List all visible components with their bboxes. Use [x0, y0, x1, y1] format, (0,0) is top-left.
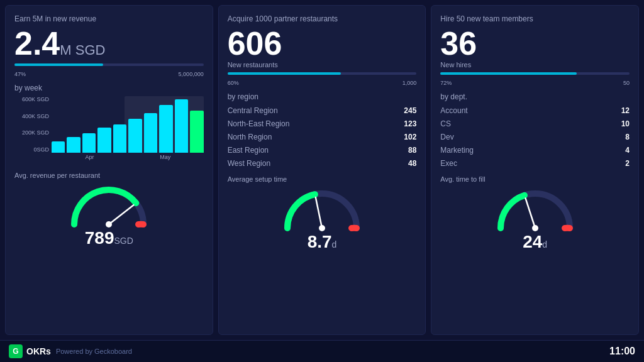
- section-title-hiring: by dept.: [440, 92, 630, 101]
- bar: [52, 141, 65, 153]
- progress-left-hiring: 72%: [440, 80, 452, 86]
- progress-labels-restaurants: 60%1,000: [228, 80, 417, 86]
- progress-left-restaurants: 60%: [228, 80, 239, 86]
- bar: [175, 99, 188, 153]
- footer-logo: G OKRs: [9, 344, 51, 358]
- powered-by: Powered by Geckoboard: [56, 348, 132, 355]
- x-label-apr: Apr: [85, 154, 94, 160]
- region-value: 8: [625, 133, 630, 141]
- card-restaurants: Acquire 1000 partner restaurants606New r…: [218, 5, 426, 335]
- region-item: Dev8: [440, 131, 630, 143]
- bar: [67, 137, 80, 153]
- region-value: 123: [404, 119, 416, 128]
- section-title-restaurants: by region: [228, 92, 417, 101]
- big-number-revenue: 2.4M SGD: [14, 27, 204, 60]
- region-item: East Region88: [228, 145, 417, 156]
- bar: [82, 133, 96, 153]
- bar: [190, 111, 203, 153]
- footer-left: G OKRs Powered by Geckoboard: [9, 344, 132, 358]
- bar: [128, 119, 142, 153]
- svg-point-1: [106, 221, 112, 228]
- svg-point-5: [319, 225, 325, 231]
- bar-chart-revenue: 600K SGD400K SGD200K SGD0SGDAprMay: [14, 96, 204, 165]
- progress-labels-revenue: 47%5,000,000: [14, 71, 204, 77]
- region-name: Exec: [440, 159, 457, 168]
- gauge-value-hiring: 24d: [523, 233, 547, 251]
- svg-line-4: [316, 197, 322, 228]
- svg-line-8: [525, 198, 535, 228]
- gauge-section-revenue: Avg. revenue per restaurant 0SGD 1,000SG…: [14, 172, 204, 326]
- progress-right-revenue: 5,000,000: [179, 71, 204, 77]
- logo-icon: G: [9, 344, 23, 358]
- progress-bar-restaurants: [228, 72, 341, 75]
- region-value: 12: [621, 106, 630, 115]
- region-name: Dev: [440, 133, 453, 141]
- bar: [113, 124, 126, 153]
- progress-right-restaurants: 1,000: [402, 80, 417, 86]
- svg-point-9: [532, 225, 538, 231]
- region-value: 245: [404, 106, 416, 115]
- card-title-restaurants: Acquire 1000 partner restaurants: [228, 14, 417, 23]
- gauge-section-hiring: Avg. time to fill 0d 60d 24d: [440, 175, 630, 326]
- bar: [97, 128, 111, 153]
- region-value: 88: [408, 146, 416, 155]
- progress-bar-hiring: [440, 72, 576, 75]
- bar: [159, 105, 172, 153]
- progress-bar-revenue: [14, 63, 103, 66]
- gauge-value-restaurants: 8.7d: [308, 233, 337, 251]
- region-list-hiring: Account12CS10Dev8Marketing4Exec2: [440, 105, 630, 169]
- progress-container-restaurants: [228, 72, 417, 75]
- region-item: Exec2: [440, 158, 630, 169]
- y-label: 0SGD: [33, 146, 49, 153]
- y-label: 200K SGD: [22, 129, 49, 136]
- region-list-restaurants: Central Region245North-East Region123Nor…: [228, 105, 417, 169]
- gauge-title-hiring: Avg. time to fill: [440, 175, 485, 183]
- region-value: 2: [625, 159, 630, 168]
- region-item: Account12: [440, 105, 630, 116]
- region-name: North Region: [228, 133, 272, 141]
- bars-wrapper: [52, 96, 204, 153]
- progress-container-hiring: [440, 72, 630, 75]
- big-number-restaurants: 606: [228, 27, 417, 60]
- region-name: CS: [440, 119, 451, 128]
- card-title-hiring: Hire 50 new team members: [440, 14, 630, 23]
- region-value: 102: [404, 133, 416, 141]
- region-name: East Region: [228, 146, 269, 155]
- gauge-title-restaurants: Average setup time: [228, 175, 287, 183]
- card-revenue: Earn 5M in new revenue2.4M SGD47%5,000,0…: [5, 5, 213, 335]
- progress-container-revenue: [14, 63, 204, 66]
- sub-label-restaurants: New restaurants: [228, 61, 417, 69]
- y-label: 600K SGD: [22, 96, 49, 102]
- card-hiring: Hire 50 new team members36New hires72%50…: [431, 5, 639, 335]
- gauge-svg-hiring: 0d 60d: [491, 183, 579, 233]
- region-name: West Region: [228, 159, 270, 168]
- region-item: CS10: [440, 118, 630, 129]
- footer: G OKRs Powered by Geckoboard 11:00: [0, 340, 644, 362]
- region-name: Marketing: [440, 146, 474, 155]
- sub-label-hiring: New hires: [440, 61, 630, 69]
- bars-outer-revenue: [52, 96, 204, 153]
- time-display: 11:00: [609, 346, 635, 357]
- progress-left-revenue: 47%: [14, 71, 26, 77]
- region-item: North-East Region123: [228, 118, 417, 129]
- region-value: 4: [625, 146, 630, 155]
- y-col-revenue: 600K SGD400K SGD200K SGD0SGD: [14, 96, 49, 153]
- region-item: Central Region245: [228, 105, 417, 116]
- gauge-title-revenue: Avg. revenue per restaurant: [14, 172, 100, 179]
- region-name: North-East Region: [228, 119, 290, 128]
- section-title-revenue: by week: [14, 84, 204, 92]
- bar: [144, 113, 157, 153]
- chart-area-revenue: 600K SGD400K SGD200K SGD0SGD: [14, 96, 204, 153]
- card-title-revenue: Earn 5M in new revenue: [14, 14, 204, 23]
- svg-line-0: [109, 205, 133, 224]
- x-labels-revenue: AprMay: [14, 154, 204, 160]
- region-name: Central Region: [228, 106, 278, 115]
- gauge-svg-restaurants: 0d 20d: [278, 183, 366, 233]
- gauge-section-restaurants: Average setup time 0d 20d 8.7d: [228, 175, 417, 326]
- app-name: OKRs: [26, 346, 51, 356]
- region-item: West Region48: [228, 158, 417, 169]
- y-label: 400K SGD: [22, 113, 49, 119]
- region-name: Account: [440, 106, 467, 115]
- region-item: North Region102: [228, 131, 417, 143]
- big-number-hiring: 36: [440, 27, 630, 60]
